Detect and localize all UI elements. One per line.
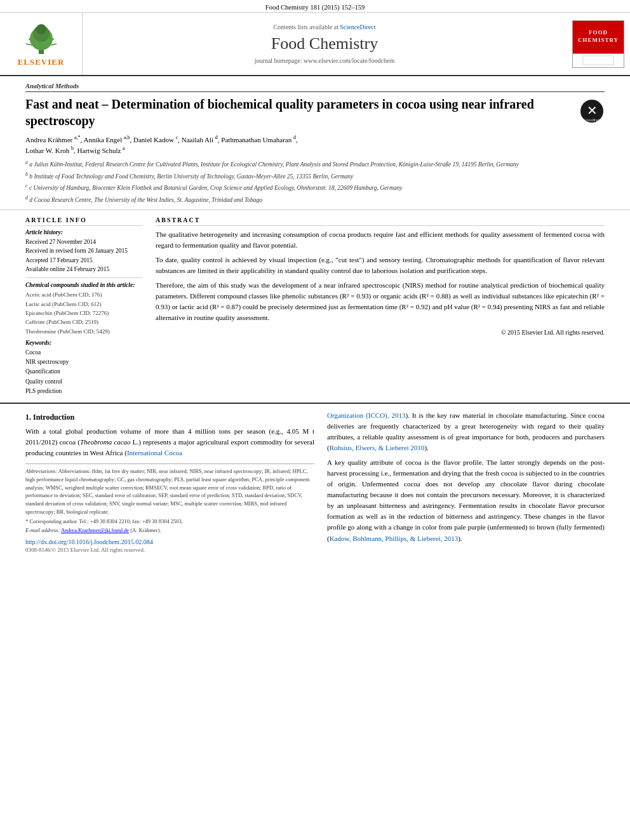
article-section: Analytical Methods Fast and neat – Deter… bbox=[0, 76, 630, 210]
elsevier-logo-area: ELSEVIER bbox=[0, 13, 83, 75]
abstract-heading: ABSTRACT bbox=[156, 217, 605, 226]
author-annika: Annika Engel a,b, bbox=[83, 136, 133, 143]
affiliations: a a Julius Kühn-Institut, Federal Resear… bbox=[25, 159, 605, 204]
author-daniel: Daniel Kadow c, bbox=[133, 136, 182, 143]
abstract-p1: The qualitative heterogeneity and increa… bbox=[156, 229, 605, 251]
affiliation-b: b b Institute of Food Technology and Foo… bbox=[25, 171, 605, 181]
body-right-column: Organization (ICCO), 2013). It is the ke… bbox=[327, 410, 605, 553]
journal-citation: Food Chemistry 181 (2015) 152–159 bbox=[265, 4, 365, 11]
journal-title: Food Chemistry bbox=[271, 34, 378, 53]
author-naailah: Naailah Ali d, bbox=[182, 136, 222, 143]
corresponding-text: * Corresponding author. Tel.: +49 30 830… bbox=[25, 517, 314, 526]
elsevier-text: ELSEVIER bbox=[18, 57, 65, 67]
history-accepted: Accepted 17 February 2015 bbox=[25, 256, 143, 265]
svg-point-3 bbox=[36, 24, 46, 34]
fc-logo-bottom bbox=[573, 53, 624, 67]
history-revised: Received in revised form 26 January 2015 bbox=[25, 246, 143, 255]
fc-logo-area: FOOD CHEMISTRY bbox=[566, 13, 630, 75]
keyword-pls: PLS prediction bbox=[25, 387, 143, 396]
keyword-quantification: Quantification bbox=[25, 367, 143, 377]
intro-heading: 1. Introduction bbox=[25, 413, 314, 422]
compound-acetic: Acetic acid (PubChem CID; 176) bbox=[25, 290, 143, 299]
email-text: E-mail address: Andrea.Kraehmer@jki.bund… bbox=[25, 526, 314, 535]
keywords-label: Keywords: bbox=[25, 340, 143, 346]
compound-caffeine: Caffeine (PubChem CID; 2519) bbox=[25, 317, 143, 326]
svg-rect-8 bbox=[583, 56, 613, 65]
compound-epicatechin: Epicatechin (PubChem CID; 72276) bbox=[25, 309, 143, 317]
history-online: Available online 24 February 2015 bbox=[25, 265, 143, 274]
sciencedirect-anchor[interactable]: ScienceDirect bbox=[340, 23, 375, 30]
history-label: Article history: bbox=[25, 229, 143, 236]
abstract-text: The qualitative heterogeneity and increa… bbox=[156, 229, 605, 337]
journal-title-area: Contents lists available at ScienceDirec… bbox=[83, 13, 566, 75]
abstract-column: ABSTRACT The qualitative heterogeneity a… bbox=[156, 217, 605, 396]
abbreviations-text: Abbreviations: Abbreviations: ffdm, fat … bbox=[25, 467, 314, 516]
body-section: 1. Introduction With a total global prod… bbox=[0, 404, 630, 559]
journal-homepage: journal homepage: www.elsevier.com/locat… bbox=[255, 57, 394, 64]
footnote-section: Abbreviations: Abbreviations: ffdm, fat … bbox=[25, 463, 314, 535]
article-info-abstract-section: ARTICLE INFO Article history: Received 2… bbox=[0, 210, 630, 404]
abstract-copyright: © 2015 Elsevier Ltd. All rights reserved… bbox=[156, 328, 605, 338]
author-andrea: Andrea Krähmer a,*, bbox=[25, 136, 83, 143]
authors: Andrea Krähmer a,*, Annika Engel a,b, Da… bbox=[25, 134, 605, 156]
icco-link-right[interactable]: Organization (ICCO), 2013 bbox=[327, 411, 406, 419]
intro-p3: A key quality attribute of cocoa is the … bbox=[327, 457, 605, 543]
journal-citation-bar: Food Chemistry 181 (2015) 152–159 bbox=[0, 0, 630, 13]
article-title: Fast and neat – Determination of biochem… bbox=[25, 96, 579, 129]
rohsius-link[interactable]: Rohsius, Elwers, & Lieberei 2010 bbox=[330, 444, 425, 451]
fc-logo-box: FOOD CHEMISTRY bbox=[572, 20, 624, 68]
intro-p1: With a total global production volume of… bbox=[25, 426, 314, 458]
intro-body-right: Organization (ICCO), 2013). It is the ke… bbox=[327, 410, 605, 544]
compound-lactic: Lactic acid (PubChem CID; 612) bbox=[25, 300, 143, 309]
keyword-cocoa: Cocoa bbox=[25, 348, 143, 357]
crossmark-icon: ✕ CrossMark bbox=[579, 98, 605, 124]
elsevier-tree-icon bbox=[22, 21, 60, 56]
compounds-label: Chemical compounds studied in this artic… bbox=[25, 282, 143, 288]
divider-1 bbox=[25, 277, 143, 278]
article-title-row: Fast and neat – Determination of biochem… bbox=[25, 96, 605, 129]
journal-header: ELSEVIER Contents lists available at Sci… bbox=[0, 13, 630, 76]
doi-link[interactable]: http://dx.doi.org/10.1016/j.foodchem.201… bbox=[25, 538, 314, 545]
keyword-quality: Quality control bbox=[25, 377, 143, 387]
article-type: Analytical Methods bbox=[25, 83, 605, 92]
rights-text: 0308-8146/© 2015 Elsevier Ltd. All right… bbox=[25, 547, 314, 553]
author-pathmanathan: Pathmanathan Umaharan d, bbox=[221, 136, 297, 143]
history-received: Received 27 November 2014 bbox=[25, 237, 143, 246]
intro-p2: Organization (ICCO), 2013). It is the ke… bbox=[327, 410, 605, 453]
svg-line-7 bbox=[51, 44, 57, 45]
svg-line-6 bbox=[26, 44, 32, 45]
svg-text:✕: ✕ bbox=[587, 103, 598, 117]
intro-body-left: With a total global production volume of… bbox=[25, 426, 314, 458]
svg-text:CrossMark: CrossMark bbox=[583, 118, 601, 122]
email-link[interactable]: Andrea.Kraehmer@jki.bund.de bbox=[61, 527, 129, 533]
affiliation-a: a a Julius Kühn-Institut, Federal Resear… bbox=[25, 159, 605, 169]
body-left-column: 1. Introduction With a total global prod… bbox=[25, 410, 314, 553]
sciencedirect-link: Contents lists available at ScienceDirec… bbox=[273, 23, 375, 30]
author-hartwig: Hartwig Schulz a bbox=[77, 147, 125, 154]
fc-logo-text: FOOD CHEMISTRY bbox=[573, 21, 624, 53]
article-info-column: ARTICLE INFO Article history: Received 2… bbox=[25, 217, 143, 396]
compound-theobromine: Theobromine (PubChem CID; 5429) bbox=[25, 327, 143, 336]
affiliation-c: c c University of Hamburg, Biocenter Kle… bbox=[25, 182, 605, 192]
author-lothar: Lothar W. Kroh b, bbox=[25, 147, 77, 154]
kadow-link[interactable]: Kadow, Bohlmann, Phillips, & Lieberei, 2… bbox=[330, 535, 458, 542]
affiliation-d: d d Cocoa Research Centre, The Universit… bbox=[25, 194, 605, 204]
article-info-heading: ARTICLE INFO bbox=[25, 217, 143, 226]
elsevier-logo: ELSEVIER bbox=[18, 21, 65, 67]
abstract-p2: To date, quality control is achieved by … bbox=[156, 255, 605, 276]
keyword-nir: NIR spectroscopy bbox=[25, 357, 143, 367]
icco-link[interactable]: International Cocoa bbox=[127, 449, 182, 457]
abstract-p3: Therefore, the aim of this study was the… bbox=[156, 280, 605, 323]
